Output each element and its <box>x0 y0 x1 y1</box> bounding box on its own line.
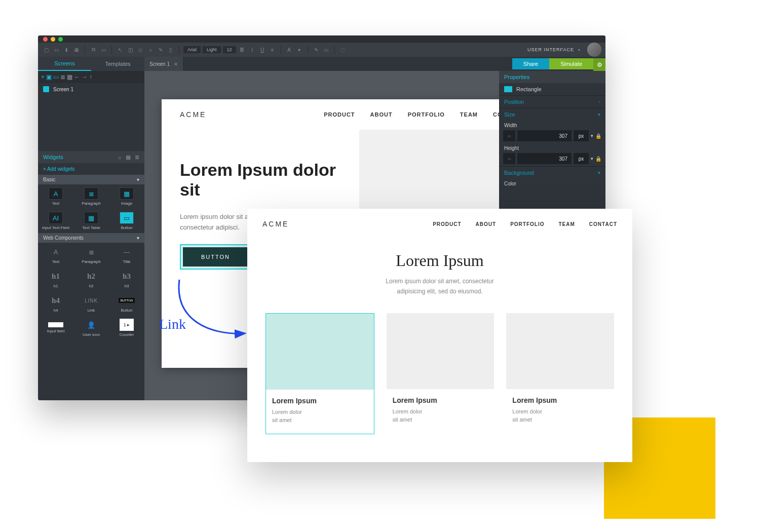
hero-cta-button[interactable]: BUTTON <box>183 247 248 267</box>
nav-about[interactable]: ABOUT <box>370 111 393 118</box>
widget-h3[interactable]: h3h3 <box>109 267 144 291</box>
nav-portfolio[interactable]: PORTFOLIO <box>510 221 544 227</box>
pen-icon[interactable]: ✎ <box>312 46 320 54</box>
font-size-input[interactable]: 12 <box>223 46 236 53</box>
height-code-icon[interactable]: ‹› <box>503 153 515 164</box>
window-zoom-icon[interactable] <box>58 37 63 42</box>
widget-web-paragraph[interactable]: ≣Paragraph <box>73 243 109 267</box>
widget-category-basic[interactable]: Basic ▾ <box>38 175 144 184</box>
section-size[interactable]: Size ▾ <box>499 108 605 121</box>
download-icon[interactable]: ⬇ <box>62 46 70 54</box>
nav-contact[interactable]: CONTACT <box>493 111 499 118</box>
nav-team[interactable]: TEAM <box>460 111 478 118</box>
grid-view-icon[interactable]: ▦ <box>126 154 131 161</box>
underline-icon[interactable]: U <box>258 46 267 54</box>
widget-h2[interactable]: h2h2 <box>73 267 109 291</box>
simulate-settings-icon[interactable]: ⚙ <box>593 58 605 71</box>
widget-text[interactable]: AText <box>38 184 73 209</box>
duplicate-icon[interactable]: ▭ <box>53 73 59 81</box>
chevron-down-icon[interactable]: ▾ <box>591 133 593 138</box>
widget-web-text[interactable]: AText <box>38 243 73 267</box>
width-input[interactable]: 307 <box>517 130 572 141</box>
selected-element-outline[interactable]: BUTTON <box>180 244 251 270</box>
widget-web-button[interactable]: BUTTONButton <box>109 291 144 316</box>
widget-category-web[interactable]: Web Components ▾ <box>38 233 144 243</box>
section-background[interactable]: Background ▾ <box>499 166 605 179</box>
nav-team[interactable]: TEAM <box>559 221 575 227</box>
italic-icon[interactable]: I <box>248 46 256 54</box>
tab-templates[interactable]: Templates <box>91 57 144 71</box>
list-view-icon[interactable]: ≣ <box>135 154 139 161</box>
arrow-up-icon[interactable]: ↑ <box>89 73 92 81</box>
hero-headline[interactable]: Lorem Ipsum dolor sit <box>180 160 359 200</box>
canvas-tab-screen1[interactable]: Screen 1 ✕ <box>144 57 183 71</box>
widget-input-field[interactable]: Input field <box>38 316 73 340</box>
cursor-icon[interactable]: ↖ <box>116 46 124 54</box>
widget-h4[interactable]: h4h4 <box>38 291 73 316</box>
window-close-icon[interactable] <box>43 37 48 42</box>
preview-card-1[interactable]: Lorem Ipsum Lorem dolorsit amet <box>265 313 374 434</box>
nav-product[interactable]: PRODUCT <box>324 111 355 118</box>
nav-about[interactable]: ABOUT <box>476 221 497 227</box>
tab-screens[interactable]: Screens <box>38 57 91 71</box>
eraser-icon[interactable]: ◇ <box>136 46 144 54</box>
new-file-icon[interactable]: ▢ <box>42 46 50 54</box>
rect-icon[interactable]: ▭ <box>322 46 330 54</box>
comment-icon[interactable]: ✎ <box>157 46 165 54</box>
widget-text-table[interactable]: ▦Text Table <box>73 209 109 233</box>
widget-paragraph[interactable]: ≣Paragraph <box>73 184 109 209</box>
bold-icon[interactable]: B <box>238 46 246 54</box>
font-family-select[interactable]: Arial <box>183 46 201 53</box>
chevron-down-icon[interactable]: ▾ <box>578 48 580 52</box>
add-screen-icon[interactable]: + <box>41 73 45 81</box>
open-folder-icon[interactable]: ▭ <box>52 46 60 54</box>
widget-label: h3 <box>125 284 129 288</box>
nav-product[interactable]: PRODUCT <box>433 221 461 227</box>
width-unit-select[interactable]: px <box>574 130 589 141</box>
section-position[interactable]: Position › <box>499 95 605 108</box>
list-icon[interactable]: ≣ <box>60 73 65 81</box>
lock-icon[interactable]: 🔒 <box>595 133 601 139</box>
add-widgets-button[interactable]: + Add widgets <box>38 163 144 175</box>
nav-portfolio[interactable]: PORTFOLIO <box>408 111 445 118</box>
preview-card-3[interactable]: Lorem Ipsum Lorem dolorsit amet <box>506 313 614 434</box>
search-icon[interactable]: ⌕ <box>118 154 122 161</box>
arrow-right-icon[interactable]: → <box>82 73 88 81</box>
widget-button[interactable]: ▭Button <box>109 209 144 233</box>
widget-web-title[interactable]: —Title <box>109 243 144 267</box>
widget-link[interactable]: LINKLink <box>73 291 109 316</box>
print-icon[interactable]: 🖶 <box>72 46 81 54</box>
swatch-icon[interactable]: ▾ <box>295 46 303 54</box>
widget-counter[interactable]: 1 ▸Counter <box>109 316 144 340</box>
crop-icon[interactable]: ◫ <box>126 46 134 54</box>
device-icon[interactable]: ▯ <box>167 46 175 54</box>
user-menu-label[interactable]: USER INTERFACE <box>527 47 574 52</box>
width-code-icon[interactable]: ‹› <box>503 130 515 141</box>
chevron-down-icon[interactable]: ▾ <box>591 156 593 161</box>
widget-image[interactable]: ▦Image <box>109 184 144 209</box>
align-icon[interactable]: ≡ <box>269 46 277 54</box>
copy-icon[interactable]: ⧉ <box>89 46 97 54</box>
preview-card-2[interactable]: Lorem Ipsum Lorem dolorsit amet <box>387 313 495 434</box>
height-unit-select[interactable]: px <box>574 153 589 164</box>
folder-icon[interactable]: ▣ <box>46 73 52 81</box>
sidebar-item-screen1[interactable]: Screen 1 <box>38 83 144 95</box>
widget-h1[interactable]: h1h1 <box>38 267 73 291</box>
font-weight-select[interactable]: Light <box>203 46 221 53</box>
grid-icon[interactable]: ▦ <box>67 73 72 81</box>
nav-contact[interactable]: CONTACT <box>589 221 617 227</box>
avatar[interactable] <box>587 43 601 57</box>
arrow-left-icon[interactable]: ← <box>74 73 80 81</box>
widget-user-icon[interactable]: 👤User icon <box>73 316 109 340</box>
paste-icon[interactable]: ▭ <box>99 46 107 54</box>
widget-input-text[interactable]: AIInput Text Field <box>38 209 73 233</box>
close-tab-icon[interactable]: ✕ <box>174 61 178 67</box>
share-button[interactable]: Share <box>512 58 549 69</box>
opacity-icon[interactable]: ◌ <box>339 46 347 54</box>
window-minimize-icon[interactable] <box>51 37 55 42</box>
height-input[interactable]: 307 <box>517 153 572 164</box>
simulate-button[interactable]: Simulate <box>549 58 593 69</box>
lock-icon[interactable]: 🔒 <box>595 156 601 162</box>
text-color-icon[interactable]: A <box>285 46 293 54</box>
paint-icon[interactable]: ⟐ <box>146 46 155 54</box>
